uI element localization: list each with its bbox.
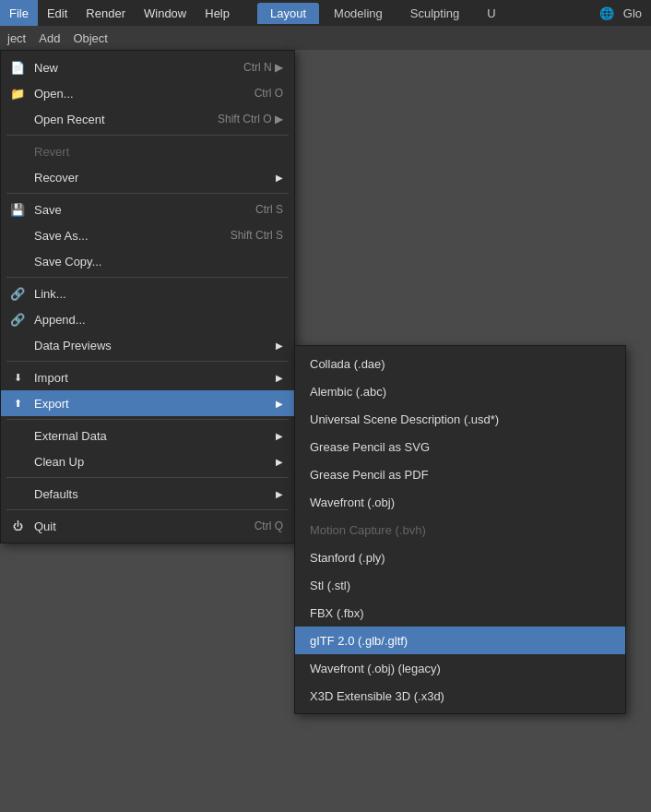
open-recent-shortcut: Shift Ctrl O ▶ xyxy=(218,113,283,125)
append-icon: 🔗 xyxy=(8,313,27,327)
menu-item-export[interactable]: ⬆ Export ▶ xyxy=(1,390,294,416)
menu-item-quit[interactable]: ⏻ Quit Ctrl Q xyxy=(1,513,294,539)
separator-3 xyxy=(6,277,289,278)
tab-sculpting[interactable]: Sculpting xyxy=(397,3,472,24)
menu-file[interactable]: File xyxy=(0,0,38,26)
separator-4 xyxy=(6,361,289,362)
import-icon: ⬇ xyxy=(8,372,27,384)
secondary-bar: ject Add Object xyxy=(0,26,651,50)
menu-window[interactable]: Window xyxy=(135,0,195,26)
workspace-tabs: Layout Modeling Sculpting U xyxy=(257,3,509,24)
export-stanford[interactable]: Stanford (.ply) xyxy=(295,543,625,571)
secondary-item-object2[interactable]: Object xyxy=(73,31,108,45)
export-wavefront-legacy[interactable]: Wavefront (.obj) (legacy) xyxy=(295,654,625,682)
export-motion-capture: Motion Capture (.bvh) xyxy=(295,516,625,543)
menu-item-open-recent[interactable]: Open Recent Shift Ctrl O ▶ xyxy=(1,106,294,132)
menu-item-save[interactable]: 💾 Save Ctrl S xyxy=(1,197,294,222)
menu-item-open[interactable]: 📁 Open... Ctrl O xyxy=(1,80,294,106)
header-right: 🌐 Glo xyxy=(599,6,651,20)
recover-arrow: ▶ xyxy=(276,173,283,183)
export-submenu: Collada (.dae) Alembic (.abc) Universal … xyxy=(294,345,626,714)
menu-help[interactable]: Help xyxy=(195,0,239,26)
link-icon: 🔗 xyxy=(8,287,27,301)
export-fbx[interactable]: FBX (.fbx) xyxy=(295,599,625,627)
export-alembic[interactable]: Alembic (.abc) xyxy=(295,377,625,405)
export-grease-svg[interactable]: Grease Pencil as SVG xyxy=(295,433,625,460)
top-menu-bar: File Edit Render Window Help Layout Mode… xyxy=(0,0,651,26)
save-shortcut: Ctrl S xyxy=(255,203,283,216)
menu-item-link[interactable]: 🔗 Link... xyxy=(1,281,294,306)
separator-2 xyxy=(6,193,289,194)
menu-item-save-as[interactable]: Save As... Shift Ctrl S xyxy=(1,222,294,248)
separator-7 xyxy=(6,509,289,510)
open-shortcut: Ctrl O xyxy=(254,87,283,100)
menu-item-external-data[interactable]: External Data ▶ xyxy=(1,423,294,448)
export-stl[interactable]: Stl (.stl) xyxy=(295,571,625,599)
menu-item-defaults[interactable]: Defaults ▶ xyxy=(1,481,294,507)
separator-6 xyxy=(6,477,289,478)
defaults-arrow: ▶ xyxy=(276,489,283,499)
save-icon: 💾 xyxy=(8,203,27,217)
menu-item-append[interactable]: 🔗 Append... xyxy=(1,306,294,332)
separator-1 xyxy=(6,135,289,136)
menu-item-clean-up[interactable]: Clean Up ▶ xyxy=(1,448,294,474)
menu-item-revert[interactable]: Revert xyxy=(1,138,294,164)
file-dropdown-menu: 📄 New Ctrl N ▶ 📁 Open... Ctrl O Open Rec… xyxy=(0,50,295,543)
menu-item-recover[interactable]: Recover ▶ xyxy=(1,164,294,190)
main-viewport: 📄 New Ctrl N ▶ 📁 Open... Ctrl O Open Rec… xyxy=(0,50,651,812)
menu-bar: File Edit Render Window Help xyxy=(0,0,239,26)
quit-shortcut: Ctrl Q xyxy=(254,519,283,532)
export-grease-pdf[interactable]: Grease Pencil as PDF xyxy=(295,460,625,488)
secondary-item-object[interactable]: ject xyxy=(7,31,26,45)
tab-layout[interactable]: Layout xyxy=(257,3,319,24)
menu-item-save-copy[interactable]: Save Copy... xyxy=(1,248,294,274)
new-shortcut: Ctrl N ▶ xyxy=(243,61,283,74)
tab-uv[interactable]: U xyxy=(474,3,508,24)
quit-icon: ⏻ xyxy=(8,520,27,531)
clean-up-arrow: ▶ xyxy=(276,457,283,467)
export-icon: ⬆ xyxy=(8,398,27,410)
global-icon: 🌐 xyxy=(599,6,614,20)
tab-modeling[interactable]: Modeling xyxy=(321,3,396,24)
open-icon: 📁 xyxy=(8,87,27,101)
export-collada[interactable]: Collada (.dae) xyxy=(295,350,625,377)
separator-5 xyxy=(6,419,289,420)
data-previews-arrow: ▶ xyxy=(276,340,283,351)
new-icon: 📄 xyxy=(8,61,27,75)
menu-render[interactable]: Render xyxy=(77,0,135,26)
save-as-shortcut: Shift Ctrl S xyxy=(231,229,283,242)
menu-item-import[interactable]: ⬇ Import ▶ xyxy=(1,364,294,390)
export-gltf[interactable]: gITF 2.0 (.glb/.gltf) xyxy=(295,627,625,654)
global-label: Glo xyxy=(623,6,642,20)
menu-item-new[interactable]: 📄 New Ctrl N ▶ xyxy=(1,54,294,80)
export-wavefront[interactable]: Wavefront (.obj) xyxy=(295,488,625,516)
import-arrow: ▶ xyxy=(276,373,283,383)
menu-edit[interactable]: Edit xyxy=(38,0,77,26)
export-arrow: ▶ xyxy=(276,399,283,409)
external-data-arrow: ▶ xyxy=(276,431,283,441)
menu-item-data-previews[interactable]: Data Previews ▶ xyxy=(1,332,294,358)
export-x3d[interactable]: X3D Extensible 3D (.x3d) xyxy=(295,682,625,710)
export-usd[interactable]: Universal Scene Description (.usd*) xyxy=(295,405,625,433)
secondary-item-add[interactable]: Add xyxy=(39,31,60,45)
